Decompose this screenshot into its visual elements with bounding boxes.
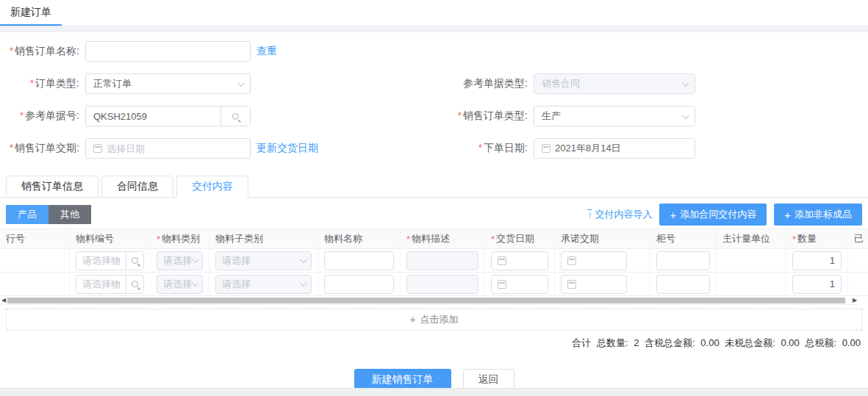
add-row-button[interactable]: + 点击添加 [6,309,862,331]
material-subcategory-select[interactable]: 请选择 [215,251,312,270]
chevron-down-icon [192,256,199,263]
cell-delivery-date [485,273,555,295]
delivery-table: 行号 物料编号 *物料类别 物料子类别 物料名称 *物料描述 *交货日期 承诺交… [0,228,868,296]
delivery-date-field[interactable] [491,251,548,270]
sales-delivery-date-input[interactable] [107,139,250,158]
material-search-button[interactable] [126,276,143,293]
order-date-field-wrap [534,138,695,159]
delivery-toolbar: 产品 其他 ↑ 交付内容导入 + 添加合同交付内容 + 添加非标成品 [6,204,862,226]
sales-delivery-date-label: *销售订单交期: [0,142,79,155]
add-contract-delivery-label: 添加合同交付内容 [680,208,756,221]
chevron-down-icon [682,112,689,119]
col-delivery-date: *交货日期 [485,229,555,248]
cell-line-no [0,273,70,295]
col-material-desc: *物料描述 [401,229,485,248]
material-name-input[interactable] [325,252,393,270]
quantity-field [792,275,842,294]
order-name-input[interactable] [86,42,250,61]
cell-material-code [70,249,151,272]
search-icon [132,281,138,287]
page-tabbar: 新建订单 [0,0,868,26]
quantity-field [792,251,842,270]
scroll-left-arrow[interactable]: ◀ [0,296,7,305]
totals-prefix: 合计 [572,337,591,348]
material-search-button[interactable] [126,252,143,270]
cell-clipped [848,273,868,295]
sales-order-type-select[interactable]: 生产 [534,106,695,126]
cell-delivery-date [485,249,555,272]
order-name-field-wrap [85,41,251,62]
material-code-input[interactable] [76,252,126,270]
tab-contract-info[interactable]: 合同信息 [101,176,173,198]
scrollbar-thumb[interactable] [7,298,845,303]
total-tax-value: 0.00 [842,337,861,348]
cell-base-unit [717,249,786,272]
cell-material-category: 请选择 [151,249,209,272]
calendar-icon [567,256,576,265]
col-promised-date: 承诺交期 [555,229,650,248]
material-subcategory-select[interactable]: 请选择 [215,275,312,294]
horizontal-scrollbar[interactable]: ◀ ▶ [0,296,858,305]
chevron-down-icon [682,79,689,87]
calendar-icon [542,144,550,153]
update-delivery-date-link[interactable]: 更新交货日期 [257,142,318,155]
tab-new-order[interactable]: 新建订单 [0,0,62,26]
search-icon [132,257,138,264]
order-date-input[interactable] [555,139,695,158]
quantity-input[interactable] [793,276,841,293]
add-contract-delivery-button[interactable]: + 添加合同交付内容 [659,204,767,226]
container-no-field [656,251,710,270]
sales-order-type-value: 生产 [542,109,561,123]
col-material-code: 物料编号 [70,229,151,248]
material-name-field [324,251,394,270]
col-base-unit: 主计量单位 [717,229,786,248]
taxed-amount-label: 含税总金额: [645,337,695,348]
order-date-label: *下单日期: [430,142,528,155]
table-row: 请选择 请选择 [0,249,868,273]
order-type-select[interactable]: 正常订单 [85,73,251,94]
promised-date-field[interactable] [561,251,627,270]
quantity-input[interactable] [793,252,841,270]
dup-check-link[interactable]: 查重 [257,45,277,58]
tab-delivery-content[interactable]: 交付内容 [176,176,248,198]
add-nonstandard-product-button[interactable]: + 添加非标成品 [774,204,862,226]
cell-base-unit [717,273,786,295]
upload-icon: ↑ [587,209,592,220]
product-segment-button[interactable]: 产品 [6,205,49,224]
cell-material-subcategory: 请选择 [209,249,318,272]
container-no-input[interactable] [657,276,709,293]
table-header-row: 行号 物料编号 *物料类别 物料子类别 物料名称 *物料描述 *交货日期 承诺交… [0,229,868,249]
cell-promised-date [555,273,650,295]
material-category-select[interactable]: 请选择 [157,275,203,294]
ref-doc-type-select: 销售合同 [534,73,695,94]
material-code-field [76,251,144,270]
delivery-import-link[interactable]: ↑ 交付内容导入 [587,208,652,221]
material-desc-input [407,276,478,293]
add-nonstandard-product-label: 添加非标成品 [795,208,852,221]
material-name-input[interactable] [325,276,393,293]
col-material-subcategory: 物料子类别 [209,229,318,248]
calendar-icon [567,280,576,289]
plus-icon: + [409,314,415,325]
taxed-amount-value: 0.00 [700,337,719,348]
promised-date-field[interactable] [561,275,627,294]
scroll-right-arrow[interactable]: ▶ [851,296,858,305]
material-category-select[interactable]: 请选择 [157,251,203,270]
ref-doc-search-button[interactable] [220,107,250,126]
cell-material-subcategory: 请选择 [209,273,318,295]
ref-doc-no-input[interactable] [86,107,220,126]
delivery-date-field[interactable] [491,275,548,294]
material-desc-input [407,252,478,270]
material-code-input[interactable] [76,276,126,293]
ref-doc-no-label: *参考单据号: [0,109,79,123]
scrollbar-track[interactable] [7,297,851,304]
other-segment-button[interactable]: 其他 [49,205,91,224]
cell-container-no [650,249,717,272]
chevron-down-icon [300,256,307,263]
order-form: *销售订单名称: 查重 *订单类型: 正常订单 参考单据类型: 销售合同 *参考… [0,32,868,173]
sales-order-type-label: *销售订单类型: [430,109,528,123]
order-name-label: *销售订单名称: [0,45,79,58]
container-no-input[interactable] [657,252,709,270]
calendar-icon [93,144,102,153]
tab-sales-order-info[interactable]: 销售订单信息 [6,176,98,198]
